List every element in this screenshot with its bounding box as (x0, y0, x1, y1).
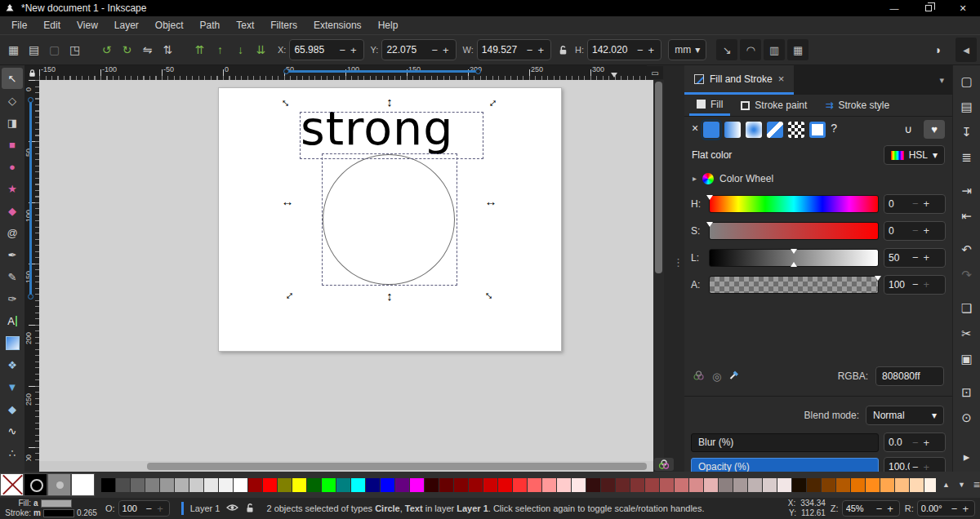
color-managed-view-icon[interactable] (654, 458, 674, 471)
display-icon[interactable]: ▭ (647, 66, 663, 79)
color-wheel-row[interactable]: ▸ Color Wheel (684, 168, 952, 189)
palette-swatch[interactable] (248, 478, 262, 492)
pick-color-icon[interactable] (728, 369, 741, 384)
select-all-layers-button[interactable]: ▤ (24, 39, 44, 60)
palette-swatch[interactable] (425, 478, 439, 492)
palette-swatch[interactable] (557, 478, 571, 492)
palette-swatch[interactable] (204, 478, 218, 492)
redo-button[interactable]: ↷ (957, 265, 977, 285)
palette-swatch[interactable] (748, 478, 762, 492)
pencil-tool[interactable]: ✎ (2, 266, 23, 287)
zoom-drawing-button[interactable]: ⊙ (957, 408, 977, 428)
palette-swatch[interactable] (263, 478, 277, 492)
x-input[interactable] (294, 44, 336, 55)
palette-swatch-black[interactable] (24, 473, 47, 496)
vertical-ruler[interactable]: 050100150200250300 (24, 80, 39, 461)
lock-ratio-icon[interactable] (558, 45, 568, 55)
palette-swatch[interactable] (381, 478, 394, 492)
palette-swatch[interactable] (704, 478, 718, 492)
cut-button[interactable]: ✂ (957, 324, 977, 344)
swatch-button[interactable] (809, 122, 826, 138)
palette-scroll-down-icon[interactable]: ▼ (958, 481, 965, 489)
palette-swatch[interactable] (439, 478, 453, 492)
zoom-input[interactable] (846, 503, 874, 513)
rotation-input[interactable] (921, 503, 949, 513)
h-decrement[interactable]: − (635, 44, 646, 56)
object-opacity-decrement[interactable]: − (144, 503, 155, 515)
palette-swatch-none[interactable] (0, 473, 24, 496)
guide-lock-icon[interactable] (24, 65, 39, 80)
lightness-input[interactable] (889, 252, 910, 264)
palette-swatch[interactable] (807, 478, 821, 492)
gamut-icon[interactable]: ◎ (712, 370, 721, 383)
text-tool[interactable]: A (2, 310, 23, 331)
zoom-increment[interactable]: + (884, 503, 896, 515)
palette-swatch[interactable] (528, 478, 541, 492)
menu-item[interactable]: Path (192, 20, 229, 31)
saturation-slider[interactable] (709, 222, 879, 240)
eraser-tool[interactable]: ◆ (2, 398, 23, 419)
palette-swatch-gray[interactable] (47, 473, 71, 496)
canvas[interactable]: strong ↔ ↕ ↔ ↔ ↔ ↔ ↕ ↔ (39, 80, 653, 461)
w-increment[interactable]: + (535, 44, 546, 56)
y-decrement[interactable]: − (429, 44, 440, 56)
selection-box-button[interactable]: ◳ (65, 39, 85, 60)
alpha-decrement[interactable]: − (910, 278, 921, 291)
menu-item[interactable]: Edit (35, 20, 69, 31)
alpha-slider[interactable] (709, 276, 879, 294)
pen-tool[interactable]: ✒ (2, 244, 23, 265)
vertical-scrollbar[interactable] (653, 80, 664, 461)
menu-item[interactable]: Text (228, 20, 262, 31)
palette-swatch[interactable] (586, 478, 600, 492)
flip-horizontal-button[interactable]: ⇋ (137, 39, 158, 60)
object-opacity-increment[interactable]: + (154, 503, 166, 515)
minimize-button[interactable]: — (877, 0, 911, 16)
palette-swatch[interactable] (292, 478, 306, 492)
fill-rule-evenodd-button[interactable]: ∪ (898, 120, 919, 139)
raise-to-top-button[interactable]: ⇈ (189, 39, 210, 60)
spray-tool[interactable]: ∴ (2, 442, 23, 464)
menu-item[interactable]: Layer (106, 20, 147, 31)
tweak-tool[interactable]: ∿ (2, 420, 23, 441)
paste-button[interactable]: ▣ (957, 349, 977, 369)
rotation-increment[interactable]: + (960, 503, 971, 515)
current-layer-label[interactable]: Layer 1 (190, 503, 220, 513)
lightness-slider[interactable] (709, 249, 879, 267)
collapse-toolbar-button[interactable]: ◀ (956, 38, 977, 62)
rotate-ccw-button[interactable]: ↺ (96, 39, 117, 60)
tab-fill-and-stroke[interactable]: Fill and Stroke × (684, 65, 794, 95)
menu-item[interactable]: Filters (262, 20, 305, 31)
palette-swatch[interactable] (469, 478, 483, 492)
snap-toggle-icon[interactable]: ◗ (928, 43, 949, 56)
chevron-down-icon[interactable]: ▾ (939, 75, 944, 86)
palette-swatch[interactable] (910, 478, 924, 492)
palette-swatch[interactable] (660, 478, 674, 492)
blur-slider[interactable]: Blur (%) (691, 433, 879, 452)
palette-swatch[interactable] (131, 478, 145, 492)
palette-swatch[interactable] (160, 478, 174, 492)
palette-swatch[interactable] (307, 478, 321, 492)
palette-swatch[interactable] (410, 478, 424, 492)
x-decrement[interactable]: − (336, 44, 348, 56)
raise-button[interactable]: ↑ (210, 39, 230, 60)
alpha-increment[interactable]: + (921, 278, 933, 291)
new-document-button[interactable]: ▢ (957, 72, 977, 91)
hue-input[interactable] (889, 198, 910, 210)
menu-item[interactable]: Object (147, 20, 192, 31)
saturation-input[interactable] (889, 225, 910, 237)
menu-item[interactable]: File (3, 20, 35, 31)
palette-swatch[interactable] (542, 478, 556, 492)
hue-increment[interactable]: + (921, 197, 933, 210)
palette-swatch[interactable] (616, 478, 630, 492)
palette-swatch[interactable] (822, 478, 835, 492)
palette-swatch[interactable] (351, 478, 365, 492)
close-icon[interactable]: × (778, 73, 785, 85)
shape-builder-tool[interactable]: ◨ (2, 112, 23, 133)
w-decrement[interactable]: − (524, 44, 536, 56)
blur-decrement[interactable]: − (910, 437, 921, 449)
units-dropdown[interactable]: mm ▾ (668, 39, 706, 60)
import-page-button[interactable]: ⇥ (957, 181, 977, 201)
ellipse-tool[interactable]: ● (2, 156, 23, 177)
palette-swatch[interactable] (866, 478, 880, 492)
palette-swatch[interactable] (101, 478, 115, 492)
